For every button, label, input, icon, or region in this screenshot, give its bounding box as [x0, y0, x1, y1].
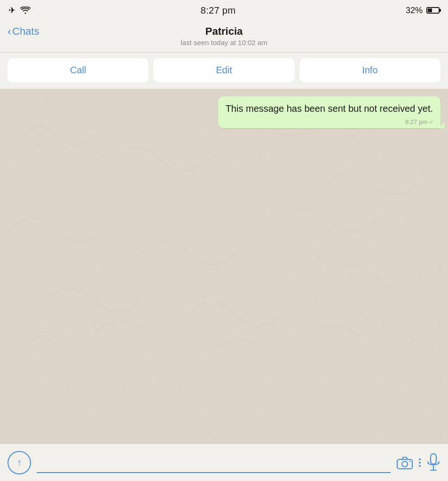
edit-button[interactable]: Edit — [153, 58, 294, 82]
svg-point-9 — [93, 322, 95, 325]
status-time: 8:27 pm — [201, 5, 236, 16]
action-buttons-bar: Call Edit Info — [0, 53, 448, 89]
status-left: ✈ — [8, 5, 31, 16]
info-button[interactable]: Info — [299, 58, 440, 82]
camera-icon — [396, 456, 413, 470]
svg-point-3 — [351, 134, 354, 137]
status-bar: ✈ 8:27 pm 32% — [0, 0, 448, 21]
back-button[interactable]: ‹ Chats — [8, 25, 39, 38]
message-meta: 8:27 pm ✓ — [405, 118, 434, 125]
input-bar: ↑ — [0, 443, 448, 481]
chat-background-pattern — [0, 89, 448, 443]
svg-point-7 — [318, 256, 321, 259]
message-text: This message has been sent but not recei… — [226, 103, 433, 114]
nav-bar: ‹ Chats Patricia last seen today at 10:0… — [0, 21, 448, 53]
microphone-button[interactable] — [426, 453, 440, 472]
dot-icon — [419, 465, 421, 467]
status-right: 32% — [406, 6, 440, 16]
message-input[interactable] — [37, 452, 391, 473]
message-bubble: This message has been sent but not recei… — [218, 96, 440, 128]
svg-point-13 — [402, 461, 408, 467]
send-arrow-icon: ↑ — [17, 457, 22, 468]
microphone-icon — [426, 453, 440, 472]
send-button[interactable]: ↑ — [8, 451, 31, 474]
message-checkmark: ✓ — [429, 118, 434, 125]
wifi-icon — [20, 7, 31, 14]
message-time: 8:27 pm — [405, 118, 427, 125]
svg-point-5 — [69, 238, 72, 240]
svg-point-0 — [36, 144, 39, 147]
svg-rect-15 — [431, 454, 436, 464]
back-chevron-icon: ‹ — [8, 25, 11, 38]
airplane-icon: ✈ — [8, 5, 16, 16]
svg-point-14 — [409, 460, 411, 462]
svg-point-4 — [422, 172, 424, 175]
contact-name: Patricia — [205, 25, 243, 38]
svg-point-8 — [412, 228, 415, 231]
svg-point-10 — [234, 294, 236, 297]
chat-area: This message has been sent but not recei… — [0, 89, 448, 443]
nav-top: ‹ Chats Patricia — [8, 25, 440, 38]
more-options-button[interactable] — [419, 458, 421, 467]
back-label: Chats — [12, 25, 39, 38]
battery-percent: 32% — [406, 6, 423, 16]
dot-icon — [419, 462, 421, 464]
call-button[interactable]: Call — [8, 58, 149, 82]
dot-icon — [419, 458, 421, 460]
camera-button[interactable] — [396, 456, 413, 470]
svg-point-2 — [257, 158, 260, 161]
svg-point-11 — [365, 318, 368, 320]
svg-point-6 — [196, 214, 199, 217]
message-container: This message has been sent but not recei… — [8, 96, 440, 128]
battery-icon — [426, 7, 440, 14]
last-seen-status: last seen today at 10:02 am — [181, 39, 267, 47]
